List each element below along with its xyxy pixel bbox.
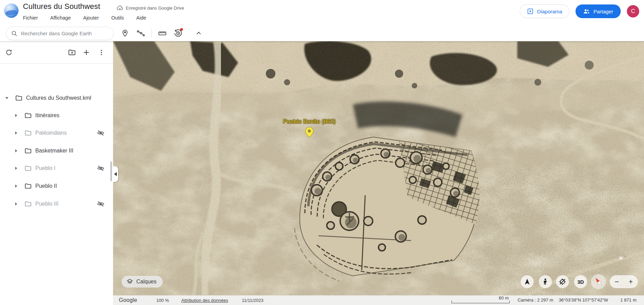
- caret-right-icon[interactable]: [14, 184, 18, 188]
- chevron-up-icon: [195, 29, 202, 37]
- folder-icon: [24, 164, 32, 172]
- sidebar-toolbar: [0, 41, 113, 64]
- ruler-icon: [158, 29, 167, 38]
- satellite-imagery[interactable]: Pueblo Bonito (860): [113, 41, 644, 295]
- folder-icon: [24, 112, 32, 119]
- coordinates: 36°03'39"N 107°57'42"W: [559, 297, 608, 303]
- scale-label: 60 m: [499, 295, 509, 301]
- visibility-off-icon[interactable]: [97, 164, 105, 174]
- folder-icon: [24, 200, 32, 208]
- google-earth-logo: [4, 3, 18, 18]
- pegman-button[interactable]: [539, 275, 552, 288]
- tree-item-pueblo-ii[interactable]: Pueblo II: [0, 179, 113, 194]
- elevation: 1 871 m: [620, 297, 636, 303]
- visibility-off-icon[interactable]: [97, 129, 105, 138]
- tree-root-row[interactable]: Cultures du Southwest.kml: [0, 90, 113, 106]
- search-icon: [11, 30, 17, 37]
- caret-right-icon[interactable]: [14, 166, 18, 170]
- pegman-icon: [542, 278, 549, 285]
- layers-label: Calques: [136, 279, 157, 285]
- caret-down-icon[interactable]: [5, 96, 9, 100]
- photos-off-icon: [558, 278, 567, 286]
- imagery-date: 11/11/2023: [242, 298, 263, 303]
- mode-3d-button[interactable]: 3D: [574, 275, 587, 288]
- tree-item-pueblo-i[interactable]: Pueblo I: [0, 161, 113, 176]
- tree-item-label: Pueblo III: [35, 201, 59, 207]
- placemark-label[interactable]: Pueblo Bonito (860): [282, 118, 337, 125]
- slideshow-icon: [527, 8, 534, 15]
- menubar: Fichier Affichage Ajouter Outils Aide: [23, 15, 146, 21]
- visibility-off-icon[interactable]: [97, 200, 105, 209]
- historical-imagery-button[interactable]: [171, 26, 185, 40]
- caret-right-icon[interactable]: [14, 131, 18, 135]
- google-logo: Google: [119, 297, 137, 303]
- toolbar-divider: [151, 29, 152, 38]
- status-bar: Google 100 % Attribution des données 11/…: [113, 295, 644, 305]
- menu-add[interactable]: Ajouter: [83, 15, 99, 21]
- app-header: Cultures du Southwest Enregistré dans Go…: [0, 0, 644, 41]
- compass-needle-icon: [593, 276, 604, 288]
- measure-button[interactable]: [155, 26, 170, 40]
- menu-tools[interactable]: Outils: [111, 15, 124, 21]
- add-item-button[interactable]: [79, 46, 93, 59]
- notification-dot: [180, 28, 183, 31]
- caret-right-icon[interactable]: [14, 149, 18, 153]
- people-icon: [583, 8, 590, 15]
- zoom-percent: 100 %: [156, 298, 169, 303]
- places-sidebar: Cultures du Southwest.kml Itinéraires Pa…: [0, 41, 113, 305]
- menu-help[interactable]: Aide: [136, 15, 146, 21]
- account-avatar[interactable]: C: [627, 5, 639, 17]
- save-status-text: Enregistré dans Google Drive: [126, 5, 184, 11]
- layers-button[interactable]: Calques: [122, 276, 163, 288]
- share-button[interactable]: Partager: [575, 4, 621, 18]
- tree-item-itineraires[interactable]: Itinéraires: [0, 108, 113, 123]
- zoom-in-button[interactable]: +: [624, 275, 638, 288]
- placemark-pin-icon[interactable]: [305, 127, 314, 138]
- terrain-graphic: [113, 41, 644, 295]
- data-attribution-link[interactable]: Attribution des données: [181, 298, 228, 303]
- tree-item-label: Paléoindians: [35, 130, 67, 136]
- zoom-control: − +: [610, 275, 638, 288]
- tree-root-label: Cultures du Southwest.kml: [26, 95, 91, 101]
- kebab-menu-icon: [98, 49, 105, 56]
- camera-altitude: Caméra : 2 297 m: [518, 297, 553, 303]
- folder-icon: [24, 182, 32, 190]
- path-icon: [136, 29, 145, 38]
- slideshow-button[interactable]: Diaporama: [520, 4, 569, 18]
- refresh-icon: [5, 49, 13, 56]
- tree-item-paleoindians[interactable]: Paléoindians: [0, 125, 113, 141]
- folder-icon: [24, 129, 32, 137]
- tree-item-label: Itinéraires: [35, 112, 59, 119]
- tree-item-basketmaker-iii[interactable]: Basketmaker III: [0, 143, 113, 158]
- menu-view[interactable]: Affichage: [50, 15, 71, 21]
- mode-3d-label: 3D: [577, 279, 584, 285]
- layers-icon: [126, 278, 133, 285]
- tree-item-label: Pueblo I: [35, 165, 55, 171]
- placemark-icon: [121, 29, 129, 37]
- slideshow-label: Diaporama: [537, 9, 562, 14]
- folder-icon: [15, 94, 23, 102]
- plus-icon: [82, 48, 90, 57]
- caret-right-icon[interactable]: [14, 202, 18, 206]
- search-input[interactable]: [21, 30, 107, 36]
- collapse-toolbar-button[interactable]: [191, 26, 206, 40]
- caret-right-icon[interactable]: [14, 113, 18, 118]
- add-placemark-button[interactable]: [118, 26, 132, 40]
- search-bar[interactable]: [6, 27, 114, 40]
- new-folder-button[interactable]: [65, 46, 79, 59]
- sidebar-collapse-handle[interactable]: [113, 166, 118, 182]
- refresh-button[interactable]: [2, 46, 16, 59]
- tree-item-pueblo-iii[interactable]: Pueblo III: [0, 196, 113, 211]
- menu-file[interactable]: Fichier: [23, 15, 38, 21]
- zoom-out-button[interactable]: −: [610, 275, 624, 288]
- compass-button[interactable]: [591, 274, 606, 289]
- tree-item-label: Pueblo II: [35, 183, 57, 189]
- sidebar-scrollbar[interactable]: [110, 161, 112, 181]
- fly-navigation-button[interactable]: [521, 275, 534, 288]
- navigation-arrow-icon: [523, 278, 531, 285]
- draw-path-button[interactable]: [134, 26, 148, 40]
- map-viewport[interactable]: Pueblo Bonito (860) Calques 3D: [113, 41, 644, 305]
- folder-icon: [24, 147, 32, 155]
- more-options-button[interactable]: [95, 46, 108, 59]
- photos-toggle-button[interactable]: [556, 275, 569, 288]
